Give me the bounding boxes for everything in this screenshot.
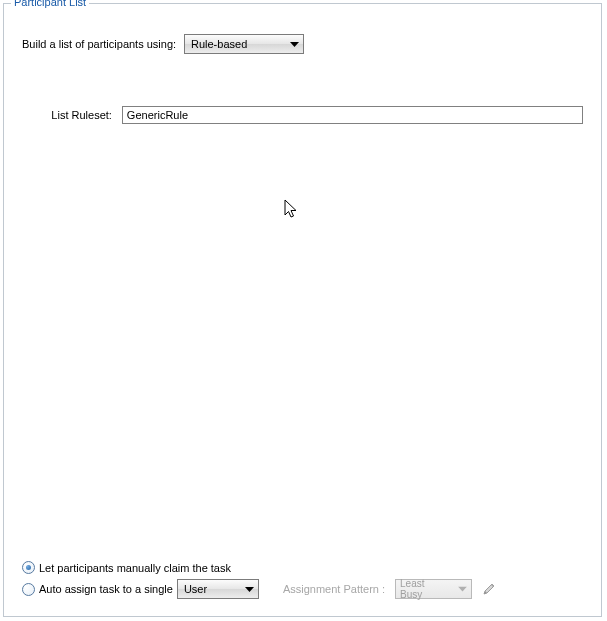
ruleset-input[interactable] (122, 106, 583, 124)
manual-claim-radio[interactable] (22, 561, 35, 574)
assignment-pattern-value: Least Busy (400, 578, 449, 600)
auto-assign-label: Auto assign task to a single (39, 583, 173, 595)
ruleset-row: List Ruleset: (22, 106, 583, 124)
manual-claim-label: Let participants manually claim the task (39, 562, 231, 574)
assignment-block: Let participants manually claim the task… (22, 561, 583, 604)
chevron-down-icon (458, 584, 467, 595)
auto-assign-target-value: User (184, 583, 207, 595)
auto-assign-target-select[interactable]: User (177, 579, 259, 599)
participant-list-fieldset: Participant List Build a list of partici… (3, 3, 602, 617)
auto-assign-radio-row: Auto assign task to a single User Assign… (22, 579, 583, 599)
pencil-icon[interactable] (482, 582, 496, 596)
assignment-pattern-label: Assignment Pattern : (283, 583, 385, 595)
chevron-down-icon (290, 38, 299, 50)
build-method-value: Rule-based (191, 38, 247, 50)
cursor-icon (284, 199, 300, 223)
build-label: Build a list of participants using: (22, 38, 184, 50)
assignment-pattern-select: Least Busy (395, 579, 472, 599)
radio-selected-icon (26, 565, 31, 570)
build-row: Build a list of participants using: Rule… (22, 34, 583, 54)
ruleset-label: List Ruleset: (37, 109, 122, 121)
manual-claim-radio-row: Let participants manually claim the task (22, 561, 583, 574)
chevron-down-icon (245, 583, 254, 595)
build-method-select[interactable]: Rule-based (184, 34, 304, 54)
auto-assign-radio[interactable] (22, 583, 35, 596)
